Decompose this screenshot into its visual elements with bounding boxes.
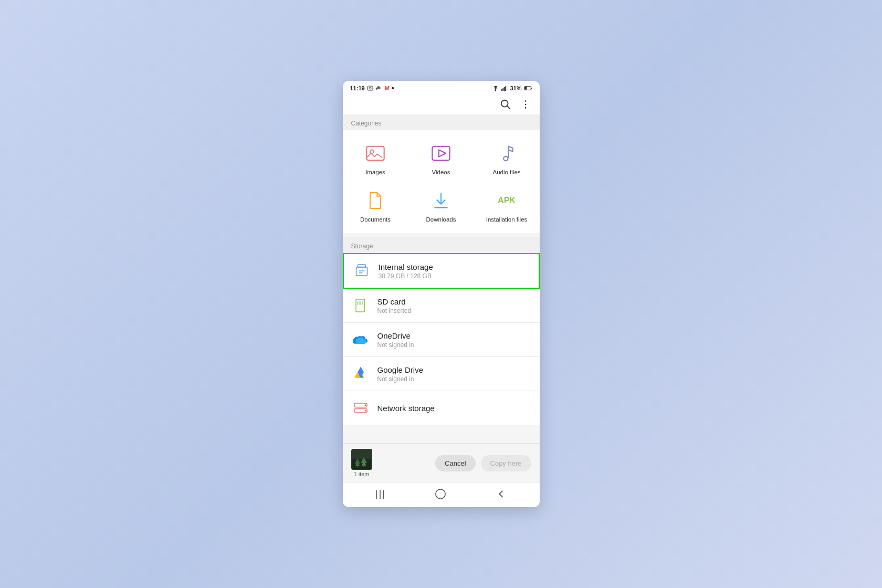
googledrive-text: Google Drive Not signed in <box>377 365 424 383</box>
images-icon <box>363 141 388 166</box>
top-bar <box>343 94 540 114</box>
svg-point-17 <box>370 150 374 153</box>
svg-rect-4 <box>503 88 504 90</box>
svg-point-38 <box>364 404 366 406</box>
apk-icon: APK <box>494 188 519 213</box>
images-label: Images <box>365 169 385 175</box>
internal-storage-sub: 30.79 GB / 128 GB <box>379 272 433 280</box>
cloud-icon <box>375 86 383 91</box>
apk-text: APK <box>498 196 516 205</box>
svg-rect-10 <box>531 88 532 89</box>
internal-storage-item[interactable]: Internal storage 30.79 GB / 128 GB <box>343 253 540 289</box>
signal-icon <box>501 86 508 91</box>
svg-point-14 <box>524 104 526 106</box>
cancel-button[interactable]: Cancel <box>435 455 475 471</box>
status-right: 31% <box>492 85 532 91</box>
sdcard-sub: Not inserted <box>377 307 412 314</box>
battery-pct: 31% <box>510 85 521 91</box>
time: 11:19 <box>350 85 365 91</box>
categories-label: Categories <box>343 114 540 130</box>
network-storage-name: Network storage <box>377 404 435 413</box>
onedrive-icon <box>351 330 370 349</box>
googledrive-icon <box>351 364 370 383</box>
network-storage-text: Network storage <box>377 404 435 413</box>
network-storage-icon <box>351 398 370 417</box>
downloads-icon <box>428 188 454 213</box>
internal-storage-icon <box>352 261 371 280</box>
category-documents[interactable]: Documents <box>343 182 408 229</box>
svg-rect-41 <box>352 459 371 469</box>
googledrive-item[interactable]: Google Drive Not signed in <box>343 357 540 391</box>
svg-rect-46 <box>357 465 358 467</box>
svg-rect-0 <box>368 86 373 90</box>
videos-icon <box>428 141 454 166</box>
back-button[interactable] <box>495 488 507 500</box>
svg-point-1 <box>369 87 371 89</box>
network-storage-item[interactable]: Network storage <box>343 391 540 425</box>
googledrive-name: Google Drive <box>377 365 424 374</box>
svg-line-12 <box>507 106 510 109</box>
svg-rect-16 <box>366 146 384 161</box>
search-icon[interactable] <box>500 99 511 110</box>
categories-grid: Images Videos <box>343 130 540 233</box>
battery-icon <box>524 86 532 91</box>
audio-label: Audio files <box>492 169 520 175</box>
nav-bar: ||| <box>343 482 540 507</box>
bottom-action-bar: 1 item Cancel Copy here <box>343 443 540 482</box>
svg-rect-5 <box>504 87 505 91</box>
onedrive-sub: Not signed in <box>377 341 414 349</box>
status-left: 11:19 M • <box>350 84 394 92</box>
category-videos[interactable]: Videos <box>408 134 474 182</box>
more-icon[interactable] <box>520 99 531 110</box>
home-button[interactable] <box>435 488 446 500</box>
selected-count: 1 item <box>354 471 370 477</box>
dot-indicator: • <box>392 84 394 92</box>
svg-point-39 <box>364 410 366 412</box>
category-audio[interactable]: Audio files <box>474 134 540 182</box>
svg-point-15 <box>524 107 526 109</box>
svg-point-13 <box>524 100 526 102</box>
wifi-icon <box>492 86 499 91</box>
onedrive-name: OneDrive <box>377 331 414 340</box>
svg-rect-47 <box>363 465 364 467</box>
sdcard-name: SD card <box>377 297 412 306</box>
content-area: Categories Images <box>343 114 540 443</box>
svg-point-20 <box>503 156 508 161</box>
category-downloads[interactable]: Downloads <box>408 182 474 229</box>
onedrive-text: OneDrive Not signed in <box>377 331 414 349</box>
category-apk[interactable]: APK Installation files <box>474 182 540 229</box>
sdcard-item[interactable]: SD card Not inserted <box>343 289 540 323</box>
apk-label: Installation files <box>486 216 528 223</box>
audio-icon <box>494 141 519 166</box>
internal-storage-text: Internal storage 30.79 GB / 128 GB <box>379 262 433 280</box>
svg-rect-6 <box>506 86 507 91</box>
videos-label: Videos <box>432 169 450 175</box>
svg-rect-3 <box>501 89 502 91</box>
photo-icon <box>367 85 373 91</box>
category-images[interactable]: Images <box>343 134 408 182</box>
selected-thumb <box>351 449 372 470</box>
documents-icon <box>363 188 388 213</box>
storage-section: Storage Internal storage 30.79 GB / 128 … <box>343 237 540 425</box>
documents-label: Documents <box>360 216 391 223</box>
svg-point-2 <box>495 90 496 91</box>
sdcard-text: SD card Not inserted <box>377 297 412 314</box>
svg-rect-27 <box>356 299 365 312</box>
downloads-label: Downloads <box>426 216 456 223</box>
onedrive-item[interactable]: OneDrive Not signed in <box>343 323 540 357</box>
action-buttons: Cancel Copy here <box>435 455 531 471</box>
selected-item: 1 item <box>351 449 372 477</box>
googledrive-sub: Not signed in <box>377 375 424 383</box>
sdcard-icon <box>351 296 370 315</box>
svg-rect-18 <box>432 146 449 161</box>
status-bar: 11:19 M • <box>343 81 540 94</box>
phone-frame: 11:19 M • <box>343 81 540 507</box>
svg-marker-19 <box>439 150 446 156</box>
internal-storage-name: Internal storage <box>379 262 433 271</box>
svg-rect-9 <box>524 87 527 89</box>
mail-icon: M <box>385 85 390 91</box>
copy-here-button[interactable]: Copy here <box>481 455 531 471</box>
svg-rect-7 <box>507 86 508 91</box>
svg-point-48 <box>436 489 445 499</box>
recents-button[interactable]: ||| <box>375 489 386 500</box>
